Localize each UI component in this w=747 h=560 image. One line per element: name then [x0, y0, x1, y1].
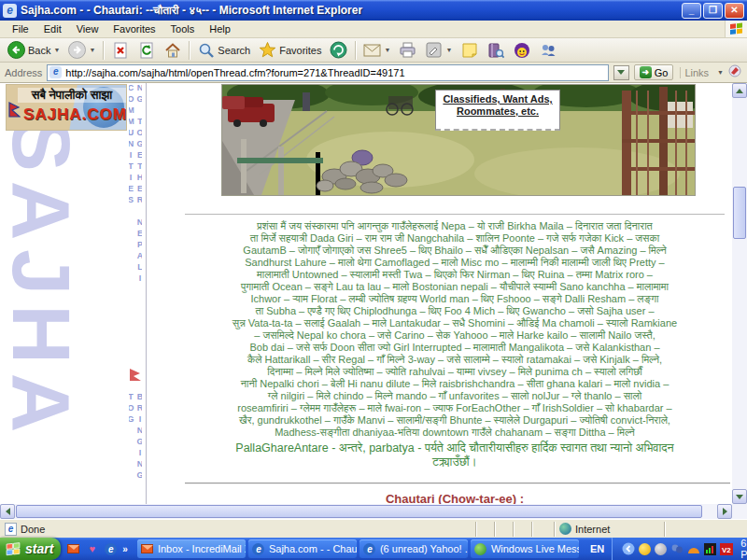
task-sajha[interactable]: e Sajha.com - - Chau...: [248, 539, 357, 558]
section-title: Chautari (Chow-tar-ee) :: [185, 492, 725, 504]
address-input[interactable]: e http://sajha.com/sajha/html/openThread…: [47, 64, 608, 81]
start-button[interactable]: start: [0, 538, 61, 560]
tray-collapse-chevron[interactable]: [622, 542, 635, 555]
horizontal-scrollbar[interactable]: [0, 504, 732, 519]
back-button[interactable]: Back ▼: [4, 39, 63, 62]
scroll-right-button[interactable]: [717, 504, 732, 519]
classifieds-banner-link[interactable]: Classifieds, Want Ads, Roommates, etc.: [435, 90, 560, 131]
edit-button[interactable]: ▼: [421, 39, 456, 62]
home-icon: [163, 41, 181, 59]
edit-dropdown-icon[interactable]: ▼: [445, 47, 452, 53]
menu-tools[interactable]: Tools: [164, 22, 202, 35]
ie-window: e Sajha.com - - Chautari: --चौतारी - ४५-…: [0, 0, 747, 560]
tray-user-icon[interactable]: [655, 542, 667, 555]
print-button[interactable]: [395, 39, 420, 62]
title-bar: e Sajha.com - - Chautari: --चौतारी - ४५-…: [0, 0, 747, 21]
links-dropdown-icon[interactable]: ▼: [717, 69, 724, 76]
welcome-line: ग्ले nilgiri – मिले chindo – मिल्ने mand…: [185, 390, 725, 402]
history-button[interactable]: [326, 39, 351, 62]
menu-favorites[interactable]: Favorites: [106, 22, 162, 35]
svg-text:V2: V2: [722, 546, 731, 554]
quicklaunch-overflow-chevron[interactable]: »: [122, 544, 128, 554]
tray-antivirus-icon[interactable]: V2: [720, 542, 733, 555]
vertical-scrollbar[interactable]: [732, 83, 747, 504]
minimize-button[interactable]: _: [682, 3, 701, 19]
scroll-left-button[interactable]: [0, 504, 15, 519]
messenger-people-icon: [539, 41, 557, 59]
welcome-line: सुन्न Vata-ta-ta – सलाई Gaalah – माले La…: [185, 317, 725, 329]
task-label: (6 unread) Yahoo! ...: [380, 543, 468, 554]
go-button[interactable]: ➜ Go: [634, 64, 674, 80]
task-yahoo[interactable]: e (6 unread) Yahoo! ...: [359, 539, 468, 558]
welcome-line: – जसमिल्दे Nepal ko chora – जसे Carino –…: [185, 329, 725, 342]
clock[interactable]: 6:00 PM: [737, 538, 747, 560]
vertical-scroll-thumb[interactable]: [733, 187, 746, 239]
mail-button[interactable]: ▼: [359, 39, 394, 62]
status-bar: e Done Internet: [0, 519, 747, 538]
logo-tagline: सबै नेपालीको साझा: [18, 88, 126, 103]
heart-quicklaunch-icon[interactable]: ♥: [85, 542, 99, 555]
stop-icon: [111, 41, 129, 59]
tray-smiley-icon[interactable]: [639, 542, 651, 555]
welcome-line: पुगामाती Ocean – सङ्गे Lau ta lau – मालो…: [185, 281, 725, 293]
welcome-line: दिनाम्मा – मिल्ने मिले ज्योतिष्मा – ज्यो…: [185, 366, 725, 378]
forward-button[interactable]: ▼: [64, 39, 99, 62]
address-bar: Address e http://sajha.com/sajha/html/op…: [0, 63, 747, 83]
go-arrow-icon: ➜: [640, 66, 652, 78]
menu-file[interactable]: File: [6, 22, 35, 35]
chautari-photo-banner: Classifieds, Want Ads, Roommates, etc.: [221, 84, 696, 196]
welcome-line: प्रशंसा मैं जय संस्कारमा पनि आगन्तुक गाउ…: [185, 220, 725, 232]
address-dropdown-button[interactable]: [613, 65, 629, 80]
status-text: Done: [21, 524, 45, 535]
forward-dropdown-icon[interactable]: ▼: [89, 47, 95, 53]
menu-help[interactable]: Help: [203, 22, 237, 35]
start-label: start: [25, 541, 53, 556]
task-incredimail[interactable]: Inbox - IncrediMail Xe: [137, 539, 246, 558]
logo-brand: SAJHA.COM: [23, 105, 127, 124]
favorites-label: Favorites: [279, 45, 321, 56]
ie-quicklaunch-icon[interactable]: e: [104, 542, 118, 555]
quick-launch-bar: ♥ e »: [61, 538, 134, 560]
links-label[interactable]: Links: [680, 67, 712, 78]
favorites-button[interactable]: Favorites: [255, 39, 325, 62]
maximize-button[interactable]: ❐: [703, 3, 723, 19]
refresh-button[interactable]: [134, 39, 159, 62]
scroll-up-button[interactable]: [732, 83, 747, 98]
incredimail-quicklaunch-icon[interactable]: [66, 542, 80, 555]
horizontal-scroll-thumb[interactable]: [16, 505, 702, 518]
incredimail-icon: [141, 543, 154, 555]
favorites-star-icon: [259, 41, 276, 59]
discuss-button[interactable]: [457, 39, 482, 62]
stop-button[interactable]: [107, 39, 133, 62]
browser-viewport: SAJHA सबै नेपालीको साझा SAJHA.COM NG TOG…: [0, 83, 747, 504]
sajha-logo[interactable]: सबै नेपालीको साझा SAJHA.COM: [6, 84, 127, 131]
tray-meter-icon[interactable]: [704, 542, 716, 555]
home-button[interactable]: [160, 39, 185, 62]
yahoo-messenger-icon: [513, 41, 530, 59]
welcome-line: मालामाती Untowned – स्यालामी मस्ती Twa –…: [185, 269, 725, 281]
mail-dropdown-icon[interactable]: ▼: [384, 47, 390, 53]
tray-messenger-icon[interactable]: [670, 542, 684, 555]
menu-edit[interactable]: Edit: [37, 22, 68, 35]
yahoo-messenger-button[interactable]: [509, 39, 534, 62]
scroll-down-button[interactable]: [732, 489, 747, 504]
snagit-icon[interactable]: [728, 64, 742, 81]
address-label: Address: [5, 67, 42, 78]
welcome-line: कैले Hattarikall – सीर Regal – गाँ मिल्न…: [185, 354, 725, 366]
back-dropdown-icon[interactable]: ▼: [53, 47, 60, 53]
messenger-icon: [474, 543, 487, 555]
search-button[interactable]: Search: [193, 39, 254, 62]
page-favicon: e: [49, 66, 62, 78]
history-icon: [330, 41, 347, 59]
tray-shield-icon[interactable]: [687, 542, 700, 555]
search-label: Search: [218, 45, 250, 56]
welcome-line: GautamB – जोगाएँ जोगाएको जस Shree5 – थिए…: [185, 245, 725, 257]
welcome-line: ता मिर्जे सहयात्री Dada Giri – राम राम ज…: [185, 232, 725, 245]
internet-zone-label: Internet: [575, 524, 610, 535]
menu-view[interactable]: View: [70, 22, 106, 35]
messenger-button[interactable]: [535, 39, 560, 62]
task-messenger[interactable]: Windows Live Mess...: [471, 539, 579, 558]
research-button[interactable]: [483, 39, 508, 62]
language-indicator[interactable]: EN: [583, 543, 612, 554]
close-button[interactable]: ✕: [725, 3, 744, 19]
